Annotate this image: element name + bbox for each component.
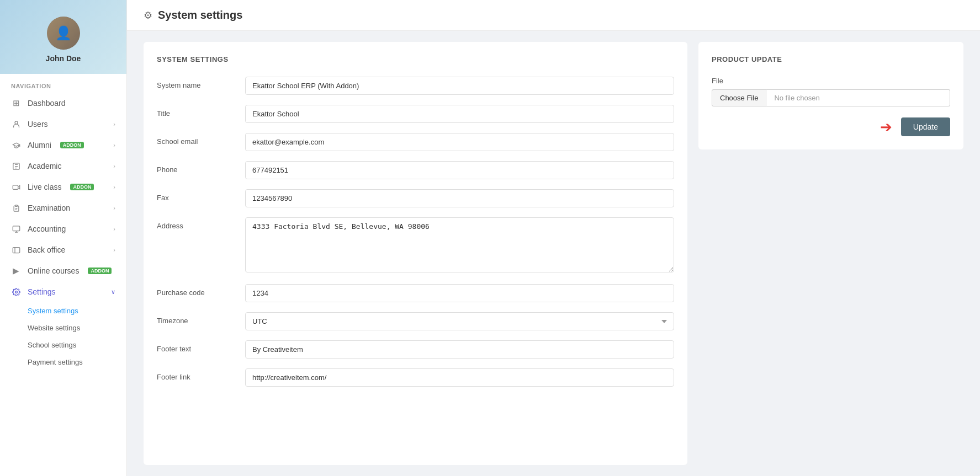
chevron-right-icon: ›	[113, 205, 115, 211]
footer-text-input[interactable]	[245, 340, 674, 359]
school-email-label: School email	[157, 133, 245, 146]
sidebar-item-label: Users	[28, 120, 48, 129]
school-email-row: School email	[157, 133, 674, 151]
sidebar-item-alumni[interactable]: Alumni addon ›	[0, 135, 126, 156]
main-content: ⚙ System settings SYSTEM SETTINGS System…	[127, 0, 980, 476]
system-name-label: System name	[157, 77, 245, 89]
sidebar-item-accounting[interactable]: Accounting ›	[0, 218, 126, 239]
sub-nav-system-settings[interactable]: System settings	[28, 302, 126, 319]
purchase-code-input[interactable]	[245, 284, 674, 302]
product-update-card-title: PRODUCT UPDATE	[712, 55, 950, 63]
fax-row: Fax	[157, 189, 674, 207]
system-settings-card-title: SYSTEM SETTINGS	[157, 55, 674, 63]
settings-icon	[11, 287, 21, 297]
sub-nav-website-settings[interactable]: Website settings	[28, 319, 126, 336]
chevron-right-icon: ›	[113, 142, 115, 148]
svg-point-0	[15, 121, 18, 124]
settings-gear-icon: ⚙	[144, 9, 152, 22]
sidebar-item-online-courses[interactable]: ▶ Online courses addon	[0, 260, 126, 281]
addon-badge: addon	[70, 184, 94, 190]
sidebar-item-back-office[interactable]: Back office ›	[0, 239, 126, 260]
accounting-icon	[11, 224, 21, 234]
alumni-icon	[11, 140, 21, 150]
sidebar-item-dashboard[interactable]: ⊞ Dashboard	[0, 93, 126, 114]
product-update-card: PRODUCT UPDATE File Choose File No file …	[698, 42, 963, 149]
avatar-image: 👤	[47, 17, 80, 50]
title-input[interactable]	[245, 105, 674, 123]
timezone-row: Timezone UTC America/New_York America/Lo…	[157, 312, 674, 330]
address-row: Address 4333 Factoria Blvd SE, Bellevue,…	[157, 217, 674, 274]
svg-point-6	[15, 291, 17, 293]
choose-file-button[interactable]: Choose File	[712, 89, 766, 106]
address-label: Address	[157, 217, 245, 230]
fax-input[interactable]	[245, 189, 674, 207]
address-textarea[interactable]: 4333 Factoria Blvd SE, Bellevue, WA 9800…	[245, 217, 674, 272]
sidebar-item-live-class[interactable]: Live class addon ›	[0, 177, 126, 197]
back-office-icon	[11, 245, 21, 255]
svg-rect-2	[13, 185, 18, 189]
footer-link-input[interactable]	[245, 368, 674, 387]
sidebar: 👤 John Doe NAVIGATION ⊞ Dashboard Users …	[0, 0, 127, 476]
file-label: File	[712, 77, 950, 85]
fax-label: Fax	[157, 189, 245, 202]
sub-nav-payment-settings[interactable]: Payment settings	[28, 354, 126, 371]
arrow-indicator: ➔	[880, 119, 892, 136]
online-courses-icon: ▶	[11, 266, 21, 276]
sidebar-item-examination[interactable]: Examination ›	[0, 197, 126, 218]
phone-label: Phone	[157, 161, 245, 174]
chevron-right-icon: ›	[113, 121, 115, 127]
svg-rect-5	[13, 247, 20, 253]
dashboard-icon: ⊞	[11, 98, 21, 108]
title-label: Title	[157, 105, 245, 117]
users-icon	[11, 119, 21, 129]
svg-rect-3	[15, 205, 17, 206]
purchase-code-label: Purchase code	[157, 284, 245, 297]
chevron-down-icon: ∨	[111, 288, 115, 296]
footer-link-label: Footer link	[157, 368, 245, 381]
page-title: System settings	[158, 9, 242, 22]
school-email-input[interactable]	[245, 133, 674, 151]
examination-icon	[11, 203, 21, 213]
settings-submenu: System settings Website settings School …	[0, 302, 126, 371]
sidebar-item-label: Alumni	[28, 141, 51, 149]
footer-text-label: Footer text	[157, 340, 245, 353]
sidebar-top: 👤 John Doe	[0, 0, 126, 74]
system-name-row: System name	[157, 77, 674, 95]
title-row: Title	[157, 105, 674, 123]
live-class-icon	[11, 182, 21, 192]
sidebar-item-users[interactable]: Users ›	[0, 114, 126, 135]
sidebar-item-label: Live class	[28, 183, 61, 191]
footer-link-row: Footer link	[157, 368, 674, 387]
timezone-label: Timezone	[157, 312, 245, 325]
sidebar-item-academic[interactable]: Academic ›	[0, 156, 126, 177]
phone-row: Phone	[157, 161, 674, 179]
update-button[interactable]: Update	[901, 117, 950, 136]
file-input-row: Choose File No file chosen	[712, 89, 950, 106]
addon-badge: addon	[60, 142, 84, 148]
page-header: ⚙ System settings	[127, 0, 980, 31]
academic-icon	[11, 161, 21, 171]
chevron-right-icon: ›	[113, 184, 115, 190]
product-update-footer: ➔ Update	[712, 117, 950, 136]
chevron-right-icon: ›	[113, 163, 115, 169]
chevron-right-icon: ›	[113, 226, 115, 232]
sidebar-item-settings[interactable]: Settings ∨	[0, 281, 126, 302]
chevron-right-icon: ›	[113, 247, 115, 253]
addon-badge: addon	[88, 268, 112, 274]
purchase-code-row: Purchase code	[157, 284, 674, 302]
sidebar-item-label: Examination	[28, 204, 70, 212]
timezone-select[interactable]: UTC America/New_York America/Los_Angeles…	[245, 312, 674, 330]
svg-rect-4	[13, 226, 20, 231]
sub-nav-school-settings[interactable]: School settings	[28, 336, 126, 354]
sidebar-item-label: Settings	[28, 287, 56, 296]
file-chosen-text: No file chosen	[766, 89, 950, 106]
nav-label: NAVIGATION	[0, 74, 126, 93]
phone-input[interactable]	[245, 161, 674, 179]
system-name-input[interactable]	[245, 77, 674, 95]
system-settings-card: SYSTEM SETTINGS System name Title School…	[144, 42, 687, 465]
content-area: SYSTEM SETTINGS System name Title School…	[127, 31, 980, 476]
sidebar-item-label: Accounting	[28, 224, 66, 233]
footer-text-row: Footer text	[157, 340, 674, 359]
avatar: 👤	[47, 17, 80, 50]
username: John Doe	[46, 54, 81, 63]
